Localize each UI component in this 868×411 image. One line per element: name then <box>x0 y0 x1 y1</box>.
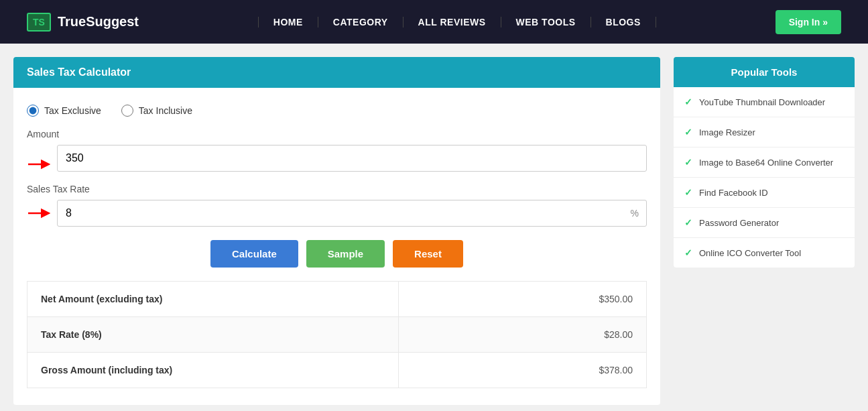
sidebar-item-label: Password Generator <box>699 218 779 228</box>
amount-label: Amount <box>27 129 647 139</box>
sidebar-item-label: Image to Base64 Online Converter <box>699 158 833 168</box>
amount-arrow-icon <box>27 156 50 172</box>
nav-all-reviews[interactable]: ALL REVIEWS <box>404 17 501 27</box>
sidebar-item-label: Online ICO Converter Tool <box>699 248 801 258</box>
radio-exclusive[interactable] <box>27 105 39 117</box>
calculate-button[interactable]: Calculate <box>210 240 298 268</box>
check-icon: ✓ <box>684 157 692 168</box>
header: TS TrueSuggest HOME CATEGORY ALL REVIEWS… <box>0 0 868 44</box>
logo-area: TS TrueSuggest <box>27 13 139 32</box>
amount-field-group: Amount <box>27 129 647 184</box>
sidebar-tool-item[interactable]: ✓ Online ICO Converter Tool <box>674 238 855 268</box>
nav-web-tools[interactable]: WEB TOOLS <box>501 17 591 27</box>
results-table: Net Amount (excluding tax) $350.00 Tax R… <box>27 281 647 388</box>
amount-input[interactable] <box>57 145 647 172</box>
radio-exclusive-text: Tax Exclusive <box>44 105 101 116</box>
percent-suffix: % <box>631 208 639 219</box>
logo-text: TrueSuggest <box>58 14 139 30</box>
result-value: $350.00 <box>399 282 647 317</box>
result-label: Tax Rate (8%) <box>27 317 399 353</box>
amount-arrow-wrap <box>27 145 647 184</box>
tax-rate-arrow-icon <box>27 205 50 221</box>
table-row: Gross Amount (including tax) $378.00 <box>27 353 647 388</box>
nav-category[interactable]: CATEGORY <box>318 17 404 27</box>
tax-rate-label: Sales Tax Rate <box>27 184 647 194</box>
tax-rate-field-group: Sales Tax Rate <box>27 184 647 227</box>
sidebar-item-label: YouTube Thumbnail Downloader <box>699 97 825 107</box>
main-container: Sales Tax Calculator Tax Exclusive Tax I… <box>0 44 868 411</box>
tax-rate-input-wrapper: % <box>57 200 647 227</box>
tool-title: Sales Tax Calculator <box>13 57 660 88</box>
tax-rate-input[interactable] <box>57 200 647 227</box>
tool-panel: Sales Tax Calculator Tax Exclusive Tax I… <box>13 57 660 405</box>
sidebar-tool-item[interactable]: ✓ Find Facebook ID <box>674 178 855 208</box>
sidebar-tool-item[interactable]: ✓ Image to Base64 Online Converter <box>674 148 855 178</box>
sidebar: Popular Tools ✓ YouTube Thumbnail Downlo… <box>674 57 855 405</box>
check-icon: ✓ <box>684 127 692 137</box>
tax-type-radio-group: Tax Exclusive Tax Inclusive <box>27 105 647 117</box>
result-value: $378.00 <box>399 353 647 388</box>
sidebar-body: ✓ YouTube Thumbnail Downloader ✓ Image R… <box>674 87 855 268</box>
check-icon: ✓ <box>684 187 692 198</box>
table-row: Net Amount (excluding tax) $350.00 <box>27 282 647 317</box>
check-icon: ✓ <box>684 97 692 107</box>
result-label: Net Amount (excluding tax) <box>27 282 399 317</box>
sample-button[interactable]: Sample <box>306 240 385 268</box>
sidebar-item-label: Find Facebook ID <box>699 188 768 198</box>
check-icon: ✓ <box>684 247 692 258</box>
check-icon: ✓ <box>684 217 692 228</box>
sidebar-tool-item[interactable]: ✓ Image Resizer <box>674 117 855 148</box>
logo-icon: TS <box>27 13 51 32</box>
table-row: Tax Rate (8%) $28.00 <box>27 317 647 353</box>
sidebar-item-label: Image Resizer <box>699 127 755 137</box>
radio-exclusive-label[interactable]: Tax Exclusive <box>27 105 101 117</box>
signin-button[interactable]: Sign In » <box>776 10 841 34</box>
reset-button[interactable]: Reset <box>393 240 463 268</box>
sidebar-tool-item[interactable]: ✓ YouTube Thumbnail Downloader <box>674 87 855 117</box>
main-nav: HOME CATEGORY ALL REVIEWS WEB TOOLS BLOG… <box>258 17 656 27</box>
sidebar-title: Popular Tools <box>674 57 855 87</box>
nav-home[interactable]: HOME <box>258 17 318 27</box>
radio-inclusive[interactable] <box>121 105 133 117</box>
sidebar-tool-item[interactable]: ✓ Password Generator <box>674 208 855 238</box>
result-value: $28.00 <box>399 317 647 353</box>
button-row: Calculate Sample Reset <box>27 240 647 268</box>
tax-rate-arrow-wrap: % <box>27 200 647 227</box>
nav-blogs[interactable]: BLOGS <box>591 17 656 27</box>
radio-inclusive-text: Tax Inclusive <box>139 105 192 116</box>
radio-inclusive-label[interactable]: Tax Inclusive <box>121 105 192 117</box>
tool-body: Tax Exclusive Tax Inclusive Amount <box>13 88 660 405</box>
result-label: Gross Amount (including tax) <box>27 353 399 388</box>
